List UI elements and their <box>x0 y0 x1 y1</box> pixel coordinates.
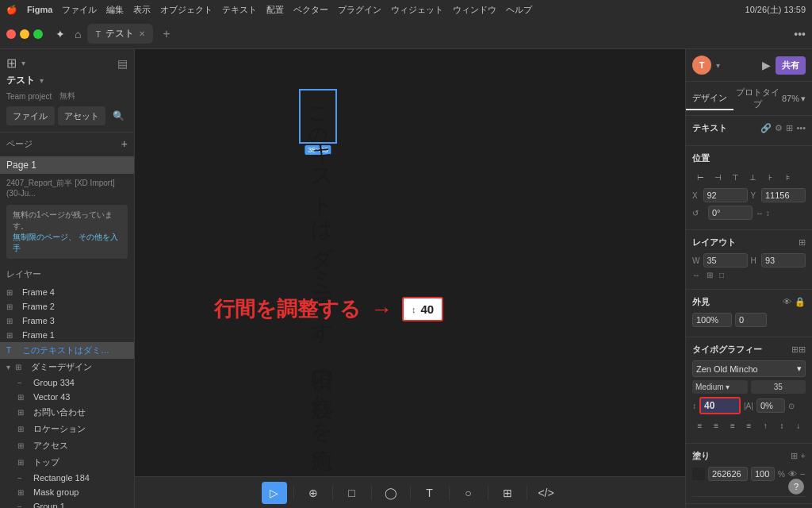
font-size-input[interactable]: 35 <box>751 380 806 394</box>
eye-fill-icon[interactable]: 👁 <box>788 469 797 479</box>
layer-section-header[interactable]: レイヤー <box>0 264 134 285</box>
layer-frame2[interactable]: ⊞ Frame 2 <box>0 299 134 314</box>
menu-file[interactable]: ファイル <box>62 4 97 16</box>
help-button[interactable]: ? <box>788 479 804 495</box>
select-tool-button[interactable]: ▷ <box>262 482 287 504</box>
page-item-1[interactable]: Page 1 <box>0 156 134 174</box>
align-top-btn[interactable]: ⊥ <box>745 169 760 185</box>
text-align-justify[interactable]: ≡ <box>741 418 756 433</box>
align-bottom-btn[interactable]: ⊧ <box>779 169 795 185</box>
menu-figma[interactable]: Figma <box>27 5 52 14</box>
lock-icon[interactable]: 🔒 <box>795 297 806 307</box>
layer-access[interactable]: ⊞ アクセス <box>11 437 134 454</box>
layer-frame4[interactable]: ⊞ Frame 4 <box>0 285 134 299</box>
file-tab-button[interactable]: ファイル <box>6 106 55 125</box>
text-valign-center[interactable]: ↕ <box>775 418 790 433</box>
menu-vector[interactable]: ベクター <box>293 4 328 16</box>
asset-tab-button[interactable]: アセット <box>58 106 106 125</box>
canvas[interactable]: この 35×93 キストはダミーです。日頃の疲れを癒 行間を調整する → ↕ 4… <box>135 49 685 476</box>
import-file-item[interactable]: 2407_Report_前半 [XD Import] (30-Ju... <box>0 175 134 200</box>
component-icon[interactable]: ⊞ <box>786 123 793 133</box>
search-button[interactable]: 🔍 <box>109 106 128 125</box>
align-center-v-btn[interactable]: ⊦ <box>762 169 778 185</box>
page-section-header[interactable]: ページ + <box>0 133 134 155</box>
y-input[interactable] <box>761 188 806 202</box>
font-weight-dropdown[interactable]: Medium ▾ <box>692 380 748 394</box>
zoom-indicator[interactable]: 87% ▾ <box>782 94 812 104</box>
menu-text[interactable]: テキスト <box>222 4 257 16</box>
align-center-h-btn[interactable]: ⊣ <box>710 169 726 185</box>
align-right-btn[interactable]: ⊤ <box>727 169 743 185</box>
menu-object[interactable]: オブジェクト <box>160 4 213 16</box>
grid-icon[interactable]: ⊞ <box>791 451 798 461</box>
notice-link-pages[interactable]: 無制限のページ <box>13 233 68 241</box>
color-swatch[interactable] <box>692 468 705 480</box>
home-button[interactable]: ⌂ <box>75 28 81 40</box>
layer-top[interactable]: ⊞ トップ <box>11 454 134 471</box>
layer-frame1[interactable]: ⊞ Frame 1 <box>0 328 134 342</box>
design-tab[interactable]: デザイン <box>686 87 733 110</box>
typography-icon[interactable]: ⊞⊞ <box>791 344 806 355</box>
layout-icon[interactable]: ⊞ <box>799 237 806 248</box>
line-height-input[interactable] <box>699 397 741 414</box>
menu-plugins[interactable]: プラグイン <box>338 4 381 16</box>
component-tool-button[interactable]: ⊞ <box>495 482 520 504</box>
add-page-button[interactable]: + <box>121 137 128 150</box>
font-family-dropdown[interactable]: Zen Old Mincho ▾ <box>692 360 806 377</box>
layer-frame3[interactable]: ⊞ Frame 3 <box>0 314 134 328</box>
prototype-tab[interactable]: プロトタイプ <box>733 82 781 115</box>
rect-tool-button[interactable]: □ <box>339 482 365 504</box>
extra-icon[interactable]: ⊙ <box>788 402 795 410</box>
ellipse-tool-button[interactable]: ○ <box>456 482 481 504</box>
corner-input[interactable] <box>735 313 767 327</box>
menu-edit[interactable]: 編集 <box>106 4 124 16</box>
opacity-input[interactable] <box>692 313 732 327</box>
menu-view[interactable]: 表示 <box>133 4 151 16</box>
menu-help[interactable]: ヘルプ <box>506 4 532 16</box>
fullscreen-button[interactable] <box>33 29 43 39</box>
layer-location[interactable]: ⊞ ロケーション <box>11 421 134 437</box>
text-valign-top[interactable]: ↑ <box>758 418 773 433</box>
close-button[interactable] <box>6 29 16 39</box>
w-input[interactable] <box>703 253 748 267</box>
shape-tool-button[interactable]: ◯ <box>378 482 404 504</box>
letter-spacing-input[interactable] <box>756 398 785 413</box>
link-icon[interactable]: 🔗 <box>760 123 772 133</box>
minimize-button[interactable] <box>20 29 29 39</box>
menu-arrange[interactable]: 配置 <box>266 4 284 16</box>
remove-fill-button[interactable]: − <box>800 469 805 479</box>
layer-group1[interactable]: − Group 1 <box>11 499 134 508</box>
layer-text-main[interactable]: T このテキストはダミーです。日頃の... <box>0 342 134 359</box>
text-align-left[interactable]: ≡ <box>692 418 707 433</box>
menu-widgets[interactable]: ウィジェット <box>391 4 443 16</box>
play-button[interactable]: ▶ <box>762 59 771 71</box>
text-tool-button[interactable]: T <box>417 482 442 504</box>
text-valign-bottom[interactable]: ↓ <box>791 418 806 433</box>
avatar-dropdown-icon[interactable]: ▾ <box>716 61 720 70</box>
code-tool-button[interactable]: </> <box>534 482 559 504</box>
tab-close-icon[interactable]: ✕ <box>139 29 145 38</box>
h-input[interactable] <box>761 253 806 267</box>
sidebar-layout-icon[interactable]: ▤ <box>117 57 128 70</box>
menu-window[interactable]: ウィンドウ <box>453 4 496 16</box>
add-paint-button[interactable]: + <box>801 451 806 461</box>
layer-rect184[interactable]: − Rectangle 184 <box>11 471 134 485</box>
move-tool-button[interactable]: ⊕ <box>301 482 326 504</box>
settings-icon[interactable]: ⚙ <box>775 123 783 133</box>
layer-group334[interactable]: − Group 334 <box>11 375 134 390</box>
layer-mask[interactable]: ⊞ Mask group <box>11 485 134 499</box>
x-input[interactable] <box>703 188 748 202</box>
layer-vector43[interactable]: ⊞ Vector 43 <box>11 390 134 404</box>
tab-test[interactable]: T テスト ✕ <box>87 24 153 44</box>
align-left-btn[interactable]: ⊢ <box>692 169 708 185</box>
text-align-center[interactable]: ≡ <box>709 418 724 433</box>
share-button[interactable]: 共有 <box>776 56 806 75</box>
rotation-input[interactable] <box>708 206 753 220</box>
layer-dummy-design[interactable]: ▾ ⊞ ダミーデザイン <box>0 359 134 375</box>
fill-opacity-input[interactable] <box>751 467 775 481</box>
more-options-icon[interactable]: ••• <box>794 28 806 40</box>
more-icon[interactable]: ••• <box>796 123 806 133</box>
layer-contact[interactable]: ⊞ お問い合わせ <box>11 404 134 421</box>
add-tab-button[interactable]: + <box>163 27 170 41</box>
eye-icon[interactable]: 👁 <box>783 297 791 307</box>
